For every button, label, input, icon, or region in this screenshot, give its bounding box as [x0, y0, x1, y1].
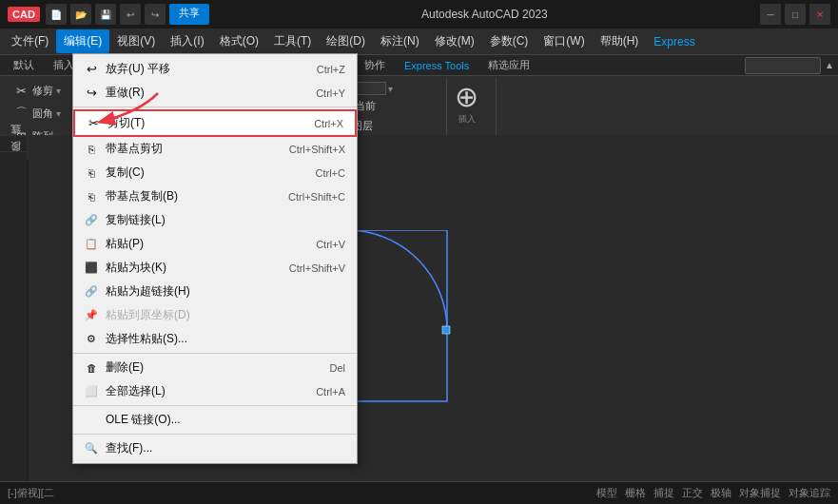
status-otrack[interactable]: 对象追踪	[789, 486, 830, 500]
redo-quick-icon[interactable]: ↪	[145, 4, 166, 25]
selectall-shortcut: Ctrl+A	[316, 386, 345, 397]
delete-icon: 🗑	[81, 362, 102, 374]
menu-item-cut[interactable]: ✂ 剪切(T) Ctrl+X	[73, 109, 357, 137]
ribbon-collapse-icon[interactable]: ▲	[825, 60, 834, 70]
paste-shortcut: Ctrl+V	[316, 239, 345, 250]
menu-annotate[interactable]: 标注(N)	[373, 29, 427, 53]
menu-item-undo[interactable]: ↩ 放弃(U) 平移 Ctrl+Z	[73, 57, 357, 81]
left-panel-tabs: 直线 多段	[0, 135, 27, 481]
tab-featured-apps[interactable]: 精选应用	[478, 55, 539, 75]
status-grid[interactable]: 栅格	[625, 486, 646, 500]
delete-shortcut: Del	[329, 362, 345, 374]
menu-file[interactable]: 文件(F)	[4, 29, 56, 53]
copybasecut-shortcut: Ctrl+Shift+X	[289, 144, 345, 155]
share-button[interactable]: 共享	[169, 4, 209, 25]
menu-item-copybasecut[interactable]: ⎘ 带基点剪切 Ctrl+Shift+X	[73, 137, 357, 161]
tab-default[interactable]: 默认	[4, 55, 44, 75]
menu-modify[interactable]: 修改(M)	[427, 29, 482, 53]
title-bar-left: CAD 📄 📂 💾 ↩ ↪ 共享	[8, 4, 209, 25]
window-controls: ─ □ ✕	[760, 4, 830, 25]
tab-express-tools[interactable]: Express Tools	[395, 57, 478, 74]
undo-label: 放弃(U) 平移	[106, 61, 309, 77]
menu-tools[interactable]: 工具(T)	[266, 29, 319, 53]
pasteorig-label: 粘贴到原坐标(D)	[106, 307, 338, 323]
menu-item-delete[interactable]: 🗑 删除(E) Del	[73, 356, 357, 379]
menu-item-selectall[interactable]: ⬜ 全部选择(L) Ctrl+A	[73, 379, 357, 403]
ribbon-trim-btn[interactable]: ✂ 修剪 ▾	[10, 80, 64, 101]
olelink-label: OLE 链接(O)...	[106, 412, 338, 428]
fillet-icon: ⌒	[12, 105, 29, 122]
dropdown-menu: ↩ 放弃(U) 平移 Ctrl+Z ↪ 重做(R) Ctrl+Y ✂ 剪切(T)…	[72, 53, 358, 464]
left-panel-tab-drawing[interactable]: 直线	[0, 135, 27, 151]
menu-format[interactable]: 格式(O)	[212, 29, 266, 53]
insert-big-btn[interactable]: ⊕ 插入	[455, 80, 478, 126]
separator-1	[73, 107, 357, 107]
menu-insert[interactable]: 插入(I)	[163, 29, 211, 53]
pastespecial-icon: ⚙	[81, 333, 102, 345]
menu-express[interactable]: Express	[646, 31, 702, 52]
search-ribbon-input[interactable]	[745, 57, 821, 74]
menu-help[interactable]: 帮助(H)	[593, 29, 647, 53]
copy-icon: ⎗	[81, 167, 102, 179]
tab-collaborate[interactable]: 协作	[355, 55, 395, 75]
delete-label: 删除(E)	[106, 359, 322, 376]
pasteblock-label: 粘贴为块(K)	[106, 260, 282, 276]
title-bar: CAD 📄 📂 💾 ↩ ↪ 共享 Autodesk AutoCAD 2023 ─…	[0, 0, 838, 29]
status-ortho[interactable]: 正交	[682, 486, 703, 500]
undo-quick-icon[interactable]: ↩	[120, 4, 141, 25]
menu-item-redo[interactable]: ↪ 重做(R) Ctrl+Y	[73, 81, 357, 105]
redo-shortcut: Ctrl+Y	[316, 87, 345, 99]
fillet-label: 圆角	[32, 107, 53, 121]
status-osnap[interactable]: 对象捕捉	[739, 486, 781, 500]
pastehyperlink-icon: 🔗	[81, 285, 102, 298]
pastehyperlink-label: 粘贴为超链接(H)	[106, 283, 338, 300]
menu-item-olelink[interactable]: OLE 链接(O)...	[73, 408, 357, 432]
ribbon-fillet-btn[interactable]: ⌒ 圆角 ▾	[10, 103, 64, 124]
paste-label: 粘贴(P)	[106, 236, 308, 252]
copybasecut-label: 带基点剪切	[106, 141, 282, 157]
status-model[interactable]: 模型	[596, 486, 617, 500]
menu-item-pastespecial[interactable]: ⚙ 选择性粘贴(S)...	[73, 327, 357, 351]
menu-item-copybase[interactable]: ⎗ 带基点复制(B) Ctrl+Shift+C	[73, 184, 357, 208]
open-icon[interactable]: 📂	[70, 4, 91, 25]
menu-draw[interactable]: 绘图(D)	[319, 29, 373, 53]
close-icon[interactable]: ✕	[809, 4, 830, 25]
menu-item-copy[interactable]: ⎗ 复制(C) Ctrl+C	[73, 161, 357, 184]
cut-shortcut: Ctrl+X	[314, 118, 343, 129]
menu-window[interactable]: 窗口(W)	[536, 29, 592, 53]
cad-logo: CAD	[8, 7, 40, 22]
svg-rect-2	[442, 326, 450, 334]
status-polar[interactable]: 极轴	[711, 486, 731, 500]
menu-item-paste[interactable]: 📋 粘贴(P) Ctrl+V	[73, 232, 357, 256]
copylink-label: 复制链接(L)	[106, 212, 338, 228]
copybase-shortcut: Ctrl+Shift+C	[288, 191, 345, 203]
undo-icon: ↩	[81, 62, 102, 76]
save-icon[interactable]: 💾	[95, 4, 116, 25]
menu-item-copylink[interactable]: 🔗 复制链接(L)	[73, 208, 357, 232]
menu-params[interactable]: 参数(C)	[482, 29, 536, 53]
maximize-icon[interactable]: □	[785, 4, 806, 25]
separator-4	[73, 434, 357, 435]
menu-item-pasteorig: 📌 粘贴到原坐标(D)	[73, 303, 357, 327]
minimize-icon[interactable]: ─	[760, 4, 781, 25]
cut-icon: ✂	[83, 116, 104, 130]
copybasecut-icon: ⎘	[81, 144, 102, 155]
menu-item-pasteblock[interactable]: ⬛ 粘贴为块(K) Ctrl+Shift+V	[73, 256, 357, 280]
undo-shortcut: Ctrl+Z	[317, 64, 345, 75]
new-icon[interactable]: 📄	[46, 4, 67, 25]
selectall-icon: ⬜	[81, 385, 102, 397]
insert-icon: ⊕	[455, 80, 478, 113]
menu-item-find[interactable]: 🔍 查找(F)...	[73, 436, 357, 460]
status-snap[interactable]: 捕捉	[653, 486, 674, 500]
status-bar: [-]俯视][二 模型 栅格 捕捉 正交 极轴 对象捕捉 对象追踪	[0, 481, 838, 504]
menu-edit[interactable]: 编辑(E)	[56, 29, 109, 53]
menu-item-pastehyperlink[interactable]: 🔗 粘贴为超链接(H)	[73, 280, 357, 303]
layer-dropdown[interactable]: ▾	[388, 84, 393, 94]
menu-view[interactable]: 视图(V)	[109, 29, 163, 53]
trim-icon: ✂	[12, 82, 29, 99]
find-label: 查找(F)...	[106, 440, 338, 456]
cut-label: 剪切(T)	[107, 115, 306, 131]
selectall-label: 全部选择(L)	[106, 383, 308, 399]
menu-bar: 文件(F) 编辑(E) 视图(V) 插入(I) 格式(O) 工具(T) 绘图(D…	[0, 29, 838, 55]
left-panel-tab-multi[interactable]: 多段	[0, 151, 27, 167]
